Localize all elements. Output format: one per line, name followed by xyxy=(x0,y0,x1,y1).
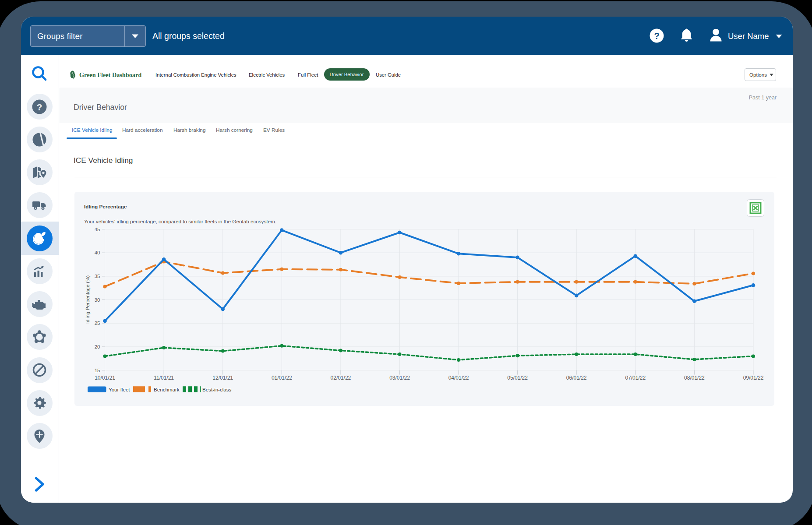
svg-text:02/01/22: 02/01/22 xyxy=(331,375,351,381)
svg-text:Idling Percentage (%): Idling Percentage (%) xyxy=(85,275,90,324)
svg-text:45: 45 xyxy=(95,227,100,232)
svg-text:10/01/21: 10/01/21 xyxy=(95,375,115,381)
svg-text:30: 30 xyxy=(95,297,100,303)
svg-text:04/01/22: 04/01/22 xyxy=(448,375,469,381)
svg-text:20: 20 xyxy=(95,344,100,349)
svg-text:?: ? xyxy=(37,102,42,112)
svg-text:06/01/22: 06/01/22 xyxy=(566,375,587,381)
svg-text:15: 15 xyxy=(95,368,100,373)
svg-text:35: 35 xyxy=(95,274,100,279)
svg-text:05/01/22: 05/01/22 xyxy=(507,375,528,381)
svg-text:?: ? xyxy=(654,31,659,41)
svg-text:09/01/22: 09/01/22 xyxy=(743,375,764,381)
svg-text:12/01/21: 12/01/21 xyxy=(212,375,233,381)
svg-text:01/01/22: 01/01/22 xyxy=(272,375,292,381)
svg-text:07/01/22: 07/01/22 xyxy=(625,375,646,381)
svg-text:11/01/21: 11/01/21 xyxy=(154,375,174,381)
svg-text:Benchmark: Benchmark xyxy=(154,387,180,392)
svg-text:25: 25 xyxy=(95,321,100,326)
svg-text:Your fleet: Your fleet xyxy=(109,387,130,392)
svg-text:40: 40 xyxy=(95,250,100,255)
svg-text:03/01/22: 03/01/22 xyxy=(389,375,410,381)
svg-text:Best-in-class: Best-in-class xyxy=(202,387,232,392)
svg-text:08/01/22: 08/01/22 xyxy=(684,375,705,381)
